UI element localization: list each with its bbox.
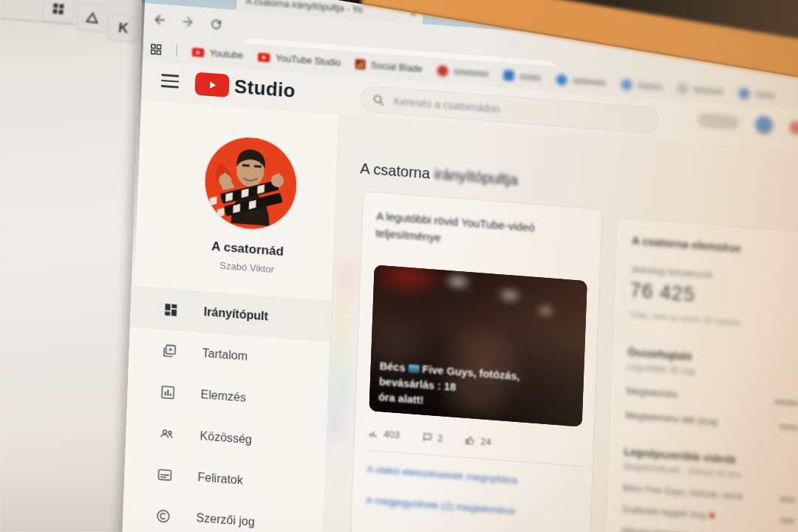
- gray-favicon: [677, 83, 688, 94]
- flag-emoji-icon: [408, 364, 419, 373]
- browser-screen: A csatorna irányítópultja - Yo ✕ + studi…: [120, 0, 798, 532]
- youtube-studio-logo[interactable]: Studio: [195, 72, 296, 102]
- bookmark-item[interactable]: [621, 78, 663, 92]
- blue-favicon: [738, 87, 750, 99]
- youtube-favicon: [191, 47, 204, 58]
- sidebar: A csatornád Szabó Viktor Irányítópult Ta…: [120, 100, 339, 532]
- summary-row: Megtekintési idő (óra): [625, 409, 798, 434]
- community-icon: [158, 425, 175, 442]
- red-favicon: [437, 64, 449, 76]
- video-thumbnail[interactable]: BécsFive Guys, fotózás, bevásárlás : 18 …: [369, 265, 587, 427]
- comment-icon: [422, 432, 433, 443]
- top-video-row[interactable]: Bécs Five Guys, fotózás, bevá…: [622, 482, 796, 506]
- back-icon[interactable]: [150, 10, 170, 30]
- bookmark-youtube[interactable]: Youtube: [191, 47, 243, 61]
- triangle-key-icon: [75, 3, 109, 33]
- socialblade-favicon: [355, 59, 366, 70]
- bookmark-item[interactable]: [556, 74, 607, 89]
- page-title: A csatorna irányítópultja: [360, 160, 518, 188]
- top-video-row[interactable]: Szállodai reggeli vlog: [621, 504, 795, 528]
- comments-stat: 2: [422, 431, 443, 443]
- search-icon: [372, 93, 386, 106]
- content-icon: [161, 342, 177, 359]
- bookmarks-divider: [176, 44, 177, 56]
- analytics-title: A csatorna elemzése: [632, 234, 798, 260]
- bookmark-item[interactable]: [677, 83, 724, 97]
- chart-icon: [368, 427, 379, 438]
- blue-favicon: [503, 70, 514, 81]
- main-content: A csatorna irányítópultja A legutóbbi rö…: [321, 115, 798, 532]
- subscribers-note: Több, mint az előző 28 napban: [629, 310, 755, 331]
- forward-icon[interactable]: [178, 12, 198, 33]
- photo-root: K A csatorna irányítópultja - Yo ✕ +: [0, 0, 798, 532]
- latest-short-card: A legutóbbi rövid YouTube-videó teljesít…: [346, 191, 602, 532]
- dashboard-icon: [163, 301, 179, 318]
- analytics-icon: [160, 383, 176, 400]
- blue-favicon: [621, 78, 632, 90]
- bookmark-item[interactable]: [437, 64, 489, 79]
- youtube-play-icon: [195, 72, 230, 97]
- copyright-icon: [155, 508, 171, 525]
- video-stats: 403 2 24: [368, 427, 580, 454]
- bookmark-item[interactable]: [738, 87, 776, 101]
- blue-favicon: [556, 74, 567, 86]
- create-button[interactable]: [698, 113, 740, 131]
- likes-stat: 24: [465, 434, 491, 448]
- channel-analytics-card: A csatorna elemzése Jelenlegi feliratkoz…: [601, 217, 798, 532]
- apps-grid-icon[interactable]: [150, 43, 162, 55]
- red-dot-icon: [709, 513, 715, 519]
- hamburger-menu-icon[interactable]: [161, 74, 180, 89]
- sidebar-menu: Irányítópult Tartalom Elemzés Közösség F…: [122, 286, 331, 532]
- thumb-up-icon: [465, 434, 476, 446]
- bookmark-social-blade[interactable]: Social Blade: [355, 59, 423, 75]
- card-title: A legutóbbi rövid YouTube-videó teljesít…: [375, 208, 588, 257]
- views-stat: 403: [368, 427, 400, 440]
- bookmark-item[interactable]: [503, 70, 542, 83]
- divider: [365, 450, 582, 467]
- youtube-favicon: [258, 52, 270, 62]
- notification-icon[interactable]: [789, 120, 798, 134]
- search-placeholder: Keresés a csatornádon: [394, 95, 501, 115]
- summary-row: Megtekintés: [626, 385, 798, 409]
- grid-key-icon: [41, 0, 75, 24]
- channel-avatar[interactable]: [203, 134, 299, 233]
- header-actions: [698, 112, 798, 137]
- reload-icon[interactable]: [206, 14, 226, 35]
- link-open-analytics[interactable]: A videó elemzéseinek megnyitása: [366, 463, 579, 490]
- studio-wordmark: Studio: [234, 75, 296, 102]
- top-video-row[interactable]: Hétvégi kirándulás: [621, 525, 794, 532]
- link-view-comments[interactable]: A megjegyzések (2) megtekintése: [366, 494, 578, 521]
- subtitles-icon: [157, 466, 173, 483]
- bookmark-youtube-studio[interactable]: YouTube Studio: [258, 52, 341, 68]
- account-avatar[interactable]: [755, 115, 774, 134]
- k-key-icon: K: [106, 13, 140, 43]
